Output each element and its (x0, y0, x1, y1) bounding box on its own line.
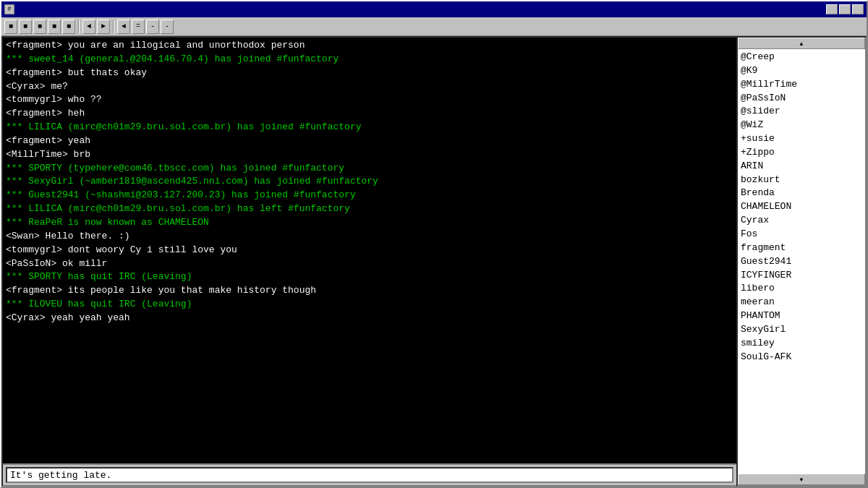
maximize-button[interactable] (839, 4, 851, 14)
chat-message: *** sweet_14 (general.@204.146.70.4) has… (6, 53, 733, 67)
user-list-item[interactable]: Guest2941 (739, 255, 864, 269)
user-list-item[interactable]: SexyGirl (739, 323, 864, 337)
chat-message: <MillrTime> brb (6, 148, 733, 162)
chat-message: <Swan> Hello there. :) (6, 230, 733, 244)
minimize-button[interactable] (826, 4, 838, 14)
user-list[interactable]: @Creep@K9@MillrTime@PaSsIoN@slider@WiZ+s… (738, 49, 865, 474)
close-button[interactable] (852, 4, 864, 14)
chat-message: <fragment> its people like you that make… (6, 284, 733, 298)
user-list-item[interactable]: PHANTOM (739, 309, 864, 323)
chat-message: <tommygrl> who ?? (6, 93, 733, 107)
toolbar-separator-2 (113, 20, 114, 33)
user-list-item[interactable]: @Creep (739, 51, 864, 64)
toolbar-btn-2[interactable]: ■ (19, 20, 32, 34)
user-list-item[interactable]: bozkurt (739, 174, 864, 187)
chat-message: *** SPORTY has quit IRC (Leaving) (6, 270, 733, 284)
user-list-item[interactable]: CHAMELEON (739, 200, 864, 214)
toolbar-btn-1[interactable]: ■ (4, 20, 17, 34)
chat-message: <PaSsIoN> ok millr (6, 257, 733, 271)
user-list-item[interactable]: @MillrTime (739, 78, 864, 92)
user-list-item[interactable]: ARIN (739, 160, 864, 174)
title-bar-left: # (4, 4, 17, 14)
chat-message: <fragment> yeah (6, 134, 733, 148)
toolbar-btn-left2[interactable]: ◄ (117, 20, 130, 34)
user-list-item[interactable]: Cyrax (739, 214, 864, 228)
user-list-item[interactable]: @slider (739, 105, 864, 119)
user-list-item[interactable]: meeran (739, 296, 864, 309)
chat-message: *** Guest2941 (~shashmi@203.127.200.23) … (6, 189, 733, 202)
toolbar-separator-1 (78, 20, 80, 33)
user-list-item[interactable]: fragment (739, 241, 864, 255)
user-list-item[interactable]: @K9 (739, 64, 864, 78)
user-list-item[interactable]: libero (739, 282, 864, 296)
user-list-item[interactable]: SoulG-AFK (739, 351, 864, 364)
user-list-item[interactable]: @WiZ (739, 119, 864, 132)
user-list-item[interactable]: ICYFINGER (739, 269, 864, 283)
toolbar-btn-dash2[interactable]: - (161, 20, 174, 34)
main-window: # ■ ■ ■ ■ ■ ◄ ► ◄ = - - <fragment> you a… (0, 0, 868, 488)
chat-message: <Cyrax> yeah yeah yeah (6, 312, 733, 325)
chat-area: <fragment> you are an illogical and unor… (1, 36, 736, 487)
toolbar: ■ ■ ■ ■ ■ ◄ ► ◄ = - - (1, 17, 867, 36)
toolbar-btn-dash1[interactable]: - (146, 20, 159, 34)
input-area (3, 463, 736, 485)
user-list-item[interactable]: +Zippo (739, 146, 864, 160)
toolbar-btn-4[interactable]: ■ (48, 20, 61, 34)
window-icon: # (4, 4, 14, 14)
user-list-panel: ▲ @Creep@K9@MillrTime@PaSsIoN@slider@WiZ… (736, 36, 867, 487)
toolbar-btn-right1[interactable]: ► (97, 20, 110, 34)
toolbar-btn-eq[interactable]: = (132, 20, 145, 34)
chat-message: <Cyrax> me? (6, 80, 733, 94)
main-content: <fragment> you are an illogical and unor… (1, 36, 867, 487)
user-list-item[interactable]: Fos (739, 228, 864, 241)
chat-message: *** SexyGirl (~amber1819@ascend425.nni.c… (6, 175, 733, 189)
chat-messages[interactable]: <fragment> you are an illogical and unor… (3, 38, 736, 463)
chat-message: *** ILOVEU has quit IRC (Leaving) (6, 298, 733, 312)
userlist-scroll-up[interactable]: ▲ (738, 38, 865, 49)
chat-message: *** LILICA (mirc@ch01m29.bru.sol.com.br)… (6, 121, 733, 134)
userlist-scroll-down[interactable]: ▼ (738, 474, 865, 485)
chat-message: <fragment> but thats okay (6, 67, 733, 80)
title-buttons (826, 4, 864, 14)
user-list-item[interactable]: @PaSsIoN (739, 92, 864, 106)
toolbar-btn-3[interactable]: ■ (33, 20, 46, 34)
chat-message: <tommygrl> dont woory Cy i still love yo… (6, 244, 733, 257)
chat-message: *** ReaPeR is now known as CHAMELEON (6, 216, 733, 230)
title-bar: # (1, 1, 867, 17)
user-list-item[interactable]: smiley (739, 337, 864, 351)
chat-input[interactable] (6, 467, 733, 483)
chat-message: *** SPORTY (typehere@com46.tbscc.com) ha… (6, 162, 733, 176)
user-list-item[interactable]: +susie (739, 132, 864, 146)
chat-message: <fragment> you are an illogical and unor… (6, 39, 733, 53)
chat-message: *** LILICA (mirc@ch01m29.bru.sol.com.br)… (6, 202, 733, 216)
user-list-item[interactable]: Brenda (739, 187, 864, 200)
chat-message: <fragment> heh (6, 107, 733, 121)
toolbar-btn-left1[interactable]: ◄ (82, 20, 95, 34)
toolbar-btn-5[interactable]: ■ (62, 20, 75, 34)
